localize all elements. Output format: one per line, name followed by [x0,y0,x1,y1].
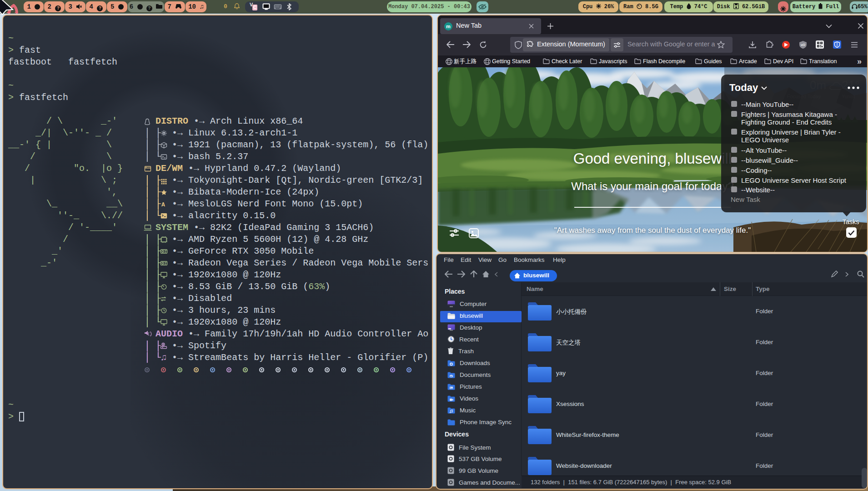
svg-text:uO: uO [801,43,805,46]
svg-text:A: A [161,201,165,208]
